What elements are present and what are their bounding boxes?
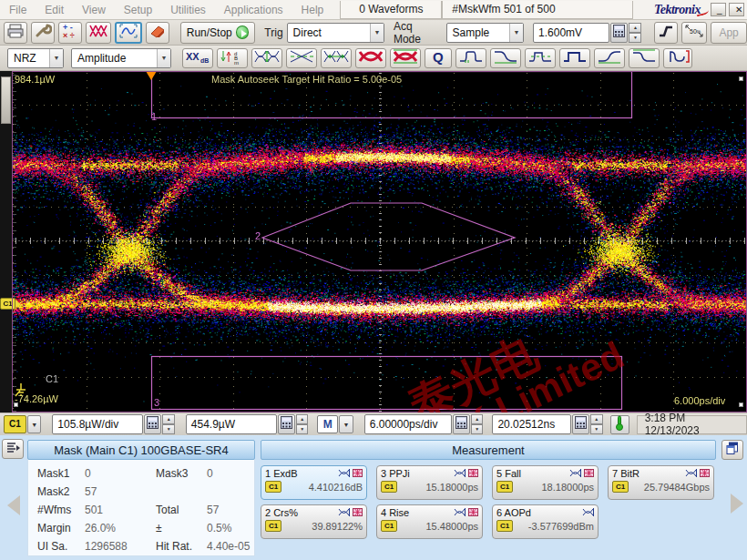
math-button[interactable]: + -× ÷ xyxy=(58,22,82,44)
measure-category-value: Amplitude xyxy=(72,52,157,65)
q-factor-button[interactable]: Q xyxy=(425,48,452,68)
measurement-panel-header[interactable]: Measurement xyxy=(261,440,716,460)
mask-panel-header[interactable]: Mask (Main C1) 100GBASE-SR4 xyxy=(27,440,255,460)
rise-wave-button[interactable] xyxy=(594,48,625,68)
stat-label: UI Sa. xyxy=(37,540,85,553)
horizontal-position-input[interactable]: 20.02512ns xyxy=(492,414,571,434)
stat-label: Mask2 xyxy=(37,485,85,498)
fall-pulse-button[interactable] xyxy=(629,48,660,68)
measurement-cell[interactable]: 1 ExdBC14.410216dB xyxy=(261,465,367,500)
source-badge[interactable]: C1 xyxy=(381,481,397,493)
horizontal-scale-input[interactable]: 6.00000ps/div xyxy=(364,414,452,434)
signal-type-dropdown[interactable]: NRZ ▼ xyxy=(7,48,64,68)
exdb-measure-button[interactable]: XXdB xyxy=(182,48,213,68)
menu-setup[interactable]: Setup xyxy=(115,4,161,16)
eye-canvas[interactable] xyxy=(13,71,747,412)
burst-button[interactable] xyxy=(663,48,692,68)
measurement-cell[interactable]: 6 AOPdC1-3.577699dBm xyxy=(492,504,599,539)
hscale-stepper[interactable]: ▲▼ xyxy=(471,414,483,434)
print-button[interactable] xyxy=(4,22,27,44)
resize-handle[interactable] xyxy=(739,402,743,407)
chevron-down-icon: ▼ xyxy=(370,24,384,42)
trigger-level-stepper[interactable]: ▲▼ xyxy=(629,23,641,43)
pulse-ticks-button[interactable] xyxy=(525,48,556,68)
channel-dropdown[interactable]: ▼ xyxy=(27,415,41,433)
square-pulse-button[interactable] xyxy=(559,48,590,68)
resize-handle[interactable] xyxy=(14,402,18,407)
voffset-stepper[interactable]: ▲▼ xyxy=(296,414,308,434)
menu-edit[interactable]: Edit xyxy=(36,4,73,16)
vscale-stepper[interactable]: ▲▼ xyxy=(162,414,174,434)
menu-view[interactable]: View xyxy=(73,4,115,16)
eye-height-button[interactable] xyxy=(251,48,282,68)
trigger-level-input[interactable]: 1.600mV xyxy=(533,23,609,43)
mask-mini-icon xyxy=(353,468,363,479)
measurement-cell[interactable]: 7 BitRC125.79484Gbps xyxy=(608,465,714,500)
trigger-source-dropdown[interactable]: Direct ▼ xyxy=(287,23,384,43)
mask-results-panel: Mask (Main C1) 100GBASE-SR4 Mask10Mask30… xyxy=(27,440,255,556)
mask-stat-row: Mask257 xyxy=(37,483,254,501)
hposition-stepper[interactable]: ▲▼ xyxy=(590,414,602,434)
menu-help[interactable]: Help xyxy=(292,4,333,16)
collapse-left-arrow[interactable] xyxy=(7,495,20,515)
run-stop-button[interactable]: Run/Stop xyxy=(180,22,256,44)
resize-handle[interactable] xyxy=(739,76,743,81)
minimize-button[interactable]: _ xyxy=(711,3,726,16)
mask-test-button[interactable] xyxy=(390,48,421,68)
waveform-display[interactable]: C1 984.1µW Mask Autoseek Target Hit Rati… xyxy=(0,71,747,412)
trigger-position-icon[interactable] xyxy=(146,71,157,80)
jitter-button[interactable] xyxy=(455,48,486,68)
channel1-marker[interactable]: C1 xyxy=(0,298,15,310)
trigger-slope-icon xyxy=(657,24,675,42)
trigger-slope-button[interactable] xyxy=(654,22,678,44)
measurement-cell[interactable]: 3 PPJiC115.18000ps xyxy=(376,465,483,500)
source-badge[interactable]: C1 xyxy=(496,520,513,532)
source-badge[interactable]: C1 xyxy=(612,481,629,493)
vertical-scale-input[interactable]: 105.8µW/div xyxy=(52,414,143,434)
close-button[interactable]: ✕ xyxy=(729,3,744,16)
setup-button[interactable] xyxy=(31,22,55,44)
hposition-keypad-button[interactable] xyxy=(572,414,589,434)
results-menu-button[interactable] xyxy=(2,439,24,459)
eye-diagram-button[interactable] xyxy=(355,48,386,68)
measurement-label: 1 ExdB xyxy=(265,468,335,479)
source-badge[interactable]: C1 xyxy=(265,481,281,493)
oma-measure-button[interactable]: dBm xyxy=(217,48,248,68)
vscale-keypad-button[interactable] xyxy=(144,414,161,434)
measurement-cell[interactable]: 2 Crs%C139.89122% xyxy=(261,504,367,539)
math-timebase-button[interactable]: M xyxy=(317,415,338,433)
expand-right-arrow[interactable] xyxy=(731,494,743,514)
source-badge[interactable]: C1 xyxy=(381,520,397,532)
vertical-offset-input[interactable]: 454.9µW xyxy=(186,414,277,434)
menu-file[interactable]: File xyxy=(0,4,36,16)
waveform-display-button[interactable] xyxy=(115,22,142,44)
set-to-50-button[interactable]: 50% xyxy=(681,22,707,44)
channel1-button[interactable]: C1 xyxy=(4,415,26,433)
source-badge[interactable]: C1 xyxy=(265,520,281,532)
acq-mode-dropdown[interactable]: Sample ▼ xyxy=(446,23,524,43)
measurement-cell[interactable]: 4 RiseC115.48000ps xyxy=(376,504,483,539)
mask-button[interactable] xyxy=(86,22,111,44)
trigger-level-keypad-button[interactable] xyxy=(610,23,629,43)
eye-width-button[interactable] xyxy=(321,48,352,68)
clear-button[interactable] xyxy=(146,22,169,44)
fall-wave-button[interactable] xyxy=(490,48,521,68)
measurement-label: 2 Crs% xyxy=(265,507,335,518)
timebase-dropdown[interactable]: ▼ xyxy=(339,415,353,433)
eye-mini-icon xyxy=(338,468,350,479)
menu-utilities[interactable]: Utilities xyxy=(161,4,215,16)
copy-panel-button[interactable] xyxy=(721,440,743,460)
source-badge[interactable]: C1 xyxy=(496,481,513,493)
stat-label: Total xyxy=(156,504,207,516)
menu-applications[interactable]: Applications xyxy=(215,4,292,16)
measure-category-dropdown[interactable]: Amplitude ▼ xyxy=(71,48,171,68)
vertical-scrollbar[interactable] xyxy=(1,76,11,124)
crossing-icon xyxy=(289,48,314,68)
measurement-cell[interactable]: 5 FallC118.18000ps xyxy=(492,465,599,500)
voffset-keypad-button[interactable] xyxy=(278,414,295,434)
temperature-button[interactable] xyxy=(610,415,629,434)
hscale-keypad-button[interactable] xyxy=(453,414,470,434)
crossing-button[interactable] xyxy=(286,48,317,68)
app-button[interactable]: App xyxy=(711,22,747,44)
eye-mini-icon xyxy=(582,507,594,518)
